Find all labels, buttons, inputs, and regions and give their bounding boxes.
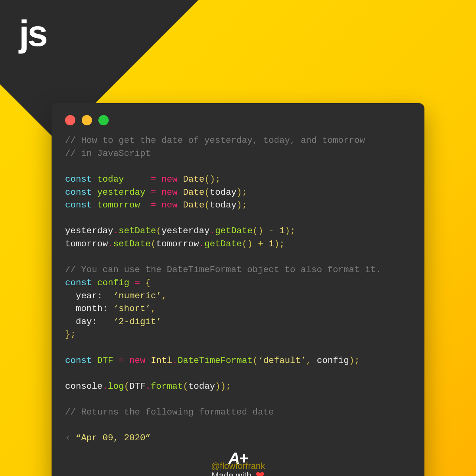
code-token: log: [108, 381, 124, 392]
code-token: DTF: [97, 355, 113, 366]
code-token: year:: [76, 291, 103, 301]
code-token: .: [113, 226, 119, 236]
code-token: (: [124, 381, 130, 392]
code-token: Date: [183, 187, 204, 198]
code-token: setDate: [113, 239, 151, 249]
code-token: 1: [269, 239, 274, 249]
code-token: =: [151, 187, 156, 198]
code-token: );: [274, 239, 285, 249]
code-token: new: [161, 200, 178, 210]
code-token: );: [349, 355, 360, 366]
code-token: (: [204, 200, 210, 210]
code-token: Date: [183, 174, 204, 184]
code-token: config: [97, 278, 129, 288]
code-token: =: [151, 200, 156, 210]
code-token: today: [210, 187, 237, 198]
code-token: console: [65, 381, 103, 392]
code-token: config: [317, 355, 349, 366]
code-token: new: [161, 174, 178, 184]
code-token: (: [183, 381, 188, 392]
code-token: .: [210, 226, 215, 236]
output-caret: ‹: [65, 433, 76, 443]
code-token: ‘short’: [113, 303, 151, 314]
code-token: DateTimeFormat: [178, 355, 253, 366]
code-token: =: [135, 278, 140, 288]
code-token: ();: [204, 174, 221, 184]
code-comment: // Returns the following formatted date: [65, 407, 274, 417]
code-token: .: [172, 355, 178, 366]
code-token: const: [65, 278, 92, 288]
code-token: Date: [183, 200, 204, 210]
code-token: ,: [161, 291, 167, 301]
code-token: const: [65, 355, 92, 366]
output-value: “Apr 09, 2020”: [76, 433, 151, 443]
code-token: (: [151, 239, 156, 249]
code-token: DTF: [129, 381, 146, 392]
code-token: =: [119, 355, 124, 366]
code-token: () +: [242, 239, 269, 249]
code-token: new: [161, 187, 178, 198]
code-token: today: [97, 174, 124, 184]
code-token: };: [65, 329, 76, 340]
code-token: Intl: [151, 355, 172, 366]
code-token: {: [146, 278, 151, 288]
code-comment: // You can use the DateTimeFormat object…: [65, 265, 381, 275]
code-token: new: [129, 355, 146, 366]
code-token: yesterday: [65, 226, 113, 236]
code-token: tomorrow: [65, 239, 108, 249]
author-handle: @flowforfrank: [0, 461, 476, 471]
code-token: const: [65, 187, 92, 198]
code-token: ‘default’: [258, 355, 306, 366]
code-block: // How to get the date of yesterday, tod…: [65, 134, 411, 445]
code-token: setDate: [119, 226, 156, 236]
code-token: month:: [76, 303, 108, 314]
code-token: ‘2-digit’: [113, 317, 162, 327]
code-token: yesterday: [161, 226, 210, 236]
code-token: (: [156, 226, 162, 236]
code-token: today: [210, 200, 237, 210]
code-token: .: [103, 381, 108, 392]
code-token: .: [199, 239, 205, 249]
minimize-icon[interactable]: [82, 115, 92, 125]
code-token: );: [236, 187, 247, 198]
code-token: getDate: [215, 226, 253, 236]
code-token: ));: [215, 381, 231, 392]
code-comment: // in JavaScript: [65, 148, 151, 159]
code-window: // How to get the date of yesterday, tod…: [52, 103, 424, 476]
code-token: =: [151, 174, 156, 184]
code-token: (: [204, 187, 210, 198]
code-token: ‘numeric’: [113, 291, 162, 301]
code-token: .: [146, 381, 151, 392]
window-controls: [65, 115, 411, 125]
code-token: const: [65, 174, 92, 184]
code-token: getDate: [204, 239, 242, 249]
code-token: (: [253, 355, 258, 366]
code-comment: // How to get the date of yesterday, tod…: [65, 135, 365, 146]
maximize-icon[interactable]: [98, 115, 109, 125]
code-token: ,: [306, 355, 317, 366]
code-token: .: [108, 239, 113, 249]
code-token: tomorrow: [97, 200, 140, 210]
code-token: const: [65, 200, 92, 210]
code-token: );: [236, 200, 247, 210]
close-icon[interactable]: [65, 115, 75, 125]
code-token: today: [188, 381, 215, 392]
code-token: day:: [76, 317, 97, 327]
code-token: yesterday: [97, 187, 146, 198]
code-token: ,: [151, 303, 156, 314]
code-token: );: [285, 226, 296, 236]
code-token: tomorrow: [156, 239, 199, 249]
code-token: () -: [253, 226, 280, 236]
code-token: format: [151, 381, 183, 392]
code-token: 1: [279, 226, 285, 236]
js-logo: js: [19, 13, 46, 54]
